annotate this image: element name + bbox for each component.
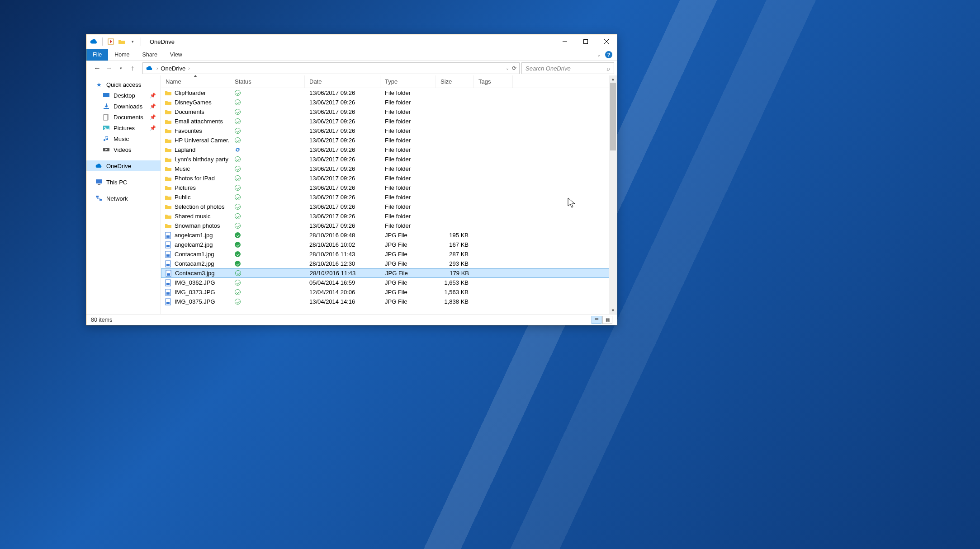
- file-type: JPG File: [380, 241, 436, 248]
- explorer-body: ★ Quick access Desktop📌Downloads📌Documen…: [86, 75, 617, 314]
- file-row[interactable]: Music13/06/2017 09:26File folder: [161, 164, 617, 174]
- file-name: Email attachments: [175, 118, 223, 125]
- file-date: 13/06/2017 09:26: [305, 89, 380, 96]
- status-synced-icon: [235, 175, 241, 181]
- file-name: Contacam3.jpg: [175, 270, 214, 277]
- refresh-icon[interactable]: ⟳: [512, 65, 516, 71]
- file-date: 12/04/2014 20:06: [305, 289, 380, 296]
- nav-onedrive[interactable]: OneDrive: [86, 160, 161, 171]
- close-button[interactable]: [596, 34, 617, 49]
- breadcrumb[interactable]: OneDrive: [161, 65, 185, 72]
- scroll-down-icon[interactable]: ▼: [609, 307, 617, 314]
- scrollbar-thumb[interactable]: [610, 83, 616, 150]
- vertical-scrollbar[interactable]: ▲ ▼: [609, 75, 617, 314]
- navigation-pane: ★ Quick access Desktop📌Downloads📌Documen…: [86, 75, 161, 314]
- file-date: 13/06/2017 09:26: [305, 146, 380, 153]
- file-row[interactable]: DisneyGames13/06/2017 09:26File folder: [161, 98, 617, 107]
- file-name: Contacam1.jpg: [175, 251, 214, 258]
- file-row[interactable]: ClipHoarder13/06/2017 09:26File folder: [161, 88, 617, 98]
- file-row[interactable]: IMG_0362.JPG05/04/2014 16:59JPG File1,65…: [161, 278, 617, 287]
- search-icon[interactable]: ⌕: [606, 65, 610, 72]
- sidebar-item-downloads[interactable]: Downloads📌: [86, 101, 161, 112]
- file-date: 28/10/2016 11:43: [305, 251, 380, 258]
- qat-dropdown-icon[interactable]: ▾: [128, 38, 137, 46]
- file-row[interactable]: Selection of photos13/06/2017 09:26File …: [161, 202, 617, 211]
- status-synced-icon: [235, 99, 241, 105]
- forward-button[interactable]: →: [104, 63, 114, 74]
- file-row[interactable]: Lynn's birthday party13/06/2017 09:26Fil…: [161, 155, 617, 164]
- column-header-type[interactable]: Type: [380, 75, 436, 88]
- sidebar-item-videos[interactable]: Videos: [86, 144, 161, 155]
- file-row[interactable]: Documents13/06/2017 09:26File folder: [161, 107, 617, 117]
- file-row[interactable]: Favourites13/06/2017 09:26File folder: [161, 126, 617, 136]
- file-date: 13/06/2017 09:26: [305, 184, 380, 191]
- file-row[interactable]: Snowman photos13/06/2017 09:26File folde…: [161, 221, 617, 230]
- column-header-status[interactable]: Status: [230, 75, 305, 88]
- file-row[interactable]: IMG_0373.JPG12/04/2014 20:06JPG File1,56…: [161, 287, 617, 297]
- column-header-name[interactable]: Name: [161, 75, 230, 88]
- column-header-date[interactable]: Date: [305, 75, 380, 88]
- up-button[interactable]: ↑: [127, 63, 138, 74]
- address-bar[interactable]: › OneDrive › ⌄ ⟳: [142, 62, 520, 74]
- file-row[interactable]: HP Universal Camer...13/06/2017 09:26Fil…: [161, 136, 617, 145]
- file-name: IMG_0375.JPG: [175, 298, 215, 305]
- search-input[interactable]: [526, 65, 606, 72]
- file-name: IMG_0373.JPG: [175, 289, 215, 296]
- icons-view-button[interactable]: ▦: [602, 316, 612, 324]
- back-button[interactable]: ←: [92, 63, 103, 74]
- file-row[interactable]: Public13/06/2017 09:26File folder: [161, 192, 617, 202]
- nav-quick-access[interactable]: ★ Quick access: [86, 79, 161, 90]
- file-name: Documents: [175, 108, 204, 115]
- ribbon-collapse-icon[interactable]: ⌄: [597, 52, 601, 57]
- file-type: File folder: [380, 118, 436, 125]
- svg-rect-15: [99, 199, 102, 201]
- file-date: 13/06/2017 09:26: [305, 203, 380, 210]
- minimize-button[interactable]: [554, 34, 575, 49]
- file-row[interactable]: Contacam2.jpg28/10/2016 12:30JPG File293…: [161, 259, 617, 268]
- file-row[interactable]: Photos for iPad13/06/2017 09:26File fold…: [161, 174, 617, 183]
- downloads-icon: [103, 103, 110, 110]
- svg-rect-2: [584, 40, 588, 44]
- tab-home[interactable]: Home: [108, 49, 136, 61]
- sidebar-item-pictures[interactable]: Pictures📌: [86, 122, 161, 133]
- folder-qat-icon[interactable]: [118, 38, 126, 46]
- column-label: Date: [309, 78, 322, 85]
- status-synced-icon: [235, 213, 241, 219]
- sidebar-item-music[interactable]: Music: [86, 133, 161, 144]
- recent-dropdown-icon[interactable]: ▾: [115, 63, 126, 74]
- tab-file[interactable]: File: [86, 49, 108, 61]
- help-icon[interactable]: ?: [605, 51, 612, 58]
- file-row[interactable]: Shared music13/06/2017 09:26File folder: [161, 211, 617, 221]
- properties-qat-icon[interactable]: [107, 38, 115, 46]
- sidebar-item-desktop[interactable]: Desktop📌: [86, 90, 161, 101]
- file-row[interactable]: Pictures13/06/2017 09:26File folder: [161, 183, 617, 192]
- sidebar-item-documents[interactable]: Documents📌: [86, 112, 161, 122]
- file-row[interactable]: angelcam1.jpg28/10/2016 09:48JPG File195…: [161, 230, 617, 240]
- address-dropdown-icon[interactable]: ⌄: [506, 66, 509, 70]
- details-view-button[interactable]: ☰: [592, 316, 601, 324]
- file-row[interactable]: IMG_0375.JPG13/04/2014 14:16JPG File1,83…: [161, 297, 617, 306]
- maximize-button[interactable]: [575, 34, 596, 49]
- file-date: 28/10/2016 11:43: [305, 270, 381, 277]
- file-row[interactable]: Email attachments13/06/2017 09:26File fo…: [161, 117, 617, 126]
- svg-rect-5: [103, 93, 109, 97]
- tab-share[interactable]: Share: [136, 49, 164, 61]
- file-row[interactable]: Contacam1.jpg28/10/2016 11:43JPG File287…: [161, 249, 617, 259]
- tab-view[interactable]: View: [164, 49, 189, 61]
- chevron-right-icon[interactable]: ›: [188, 66, 189, 71]
- nav-this-pc[interactable]: This PC: [86, 177, 161, 188]
- file-row[interactable]: Lapland13/06/2017 09:26File folder: [161, 145, 617, 155]
- file-date: 13/06/2017 09:26: [305, 222, 380, 229]
- chevron-right-icon[interactable]: ›: [156, 66, 158, 71]
- scroll-up-icon[interactable]: ▲: [609, 75, 617, 83]
- nav-row: ← → ▾ ↑ › OneDrive › ⌄ ⟳ ⌕: [86, 61, 617, 75]
- svg-rect-23: [166, 264, 170, 266]
- search-box[interactable]: ⌕: [521, 62, 614, 74]
- column-header-tags[interactable]: Tags: [474, 75, 513, 88]
- nav-network[interactable]: Network: [86, 193, 161, 204]
- file-row[interactable]: Contacam3.jpg28/10/2016 11:43JPG File179…: [161, 268, 617, 278]
- title-bar: ▾ OneDrive: [86, 34, 617, 49]
- file-row[interactable]: angelcam2.jpg28/10/2016 10:02JPG File167…: [161, 240, 617, 249]
- column-header-size[interactable]: Size: [436, 75, 474, 88]
- column-headers: Name Status Date Type Size Tags: [161, 75, 617, 88]
